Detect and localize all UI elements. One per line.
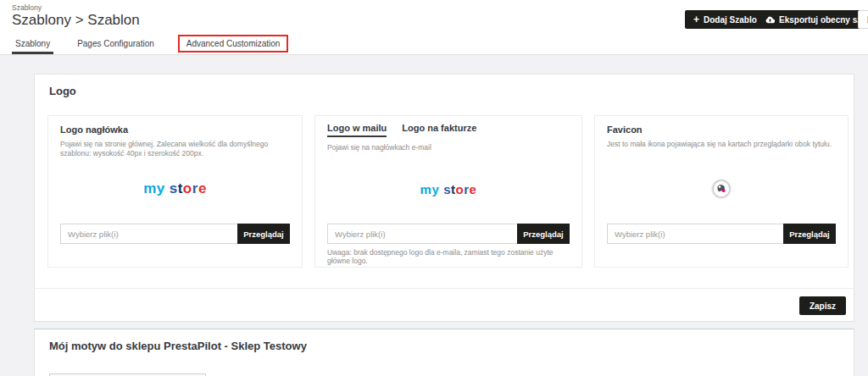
favicon-browse-button[interactable]: Przeglądaj bbox=[783, 224, 836, 244]
mail-logo-panel: Logo w mailu Logo na fakturze Pojawi się… bbox=[314, 115, 582, 268]
mail-logo-browse-button[interactable]: Przeglądaj bbox=[517, 224, 570, 244]
store-logo-letter: s bbox=[443, 182, 451, 196]
plus-icon: + bbox=[693, 14, 699, 25]
theme-card-title: Mój motyw do sklepu PrestaPilot - Sklep … bbox=[49, 340, 307, 352]
page-header: Szablony Szablony > Szablon + Dodaj Szab… bbox=[0, 0, 868, 32]
mail-logo-description: Pojawi się na nagłówkach e-mail bbox=[327, 143, 570, 152]
theme-card: Mój motyw do sklepu PrestaPilot - Sklep … bbox=[34, 329, 854, 376]
mail-logo-preview: mystore bbox=[315, 160, 581, 218]
favicon-file-input[interactable] bbox=[607, 224, 783, 244]
header-logo-file-row: Przeglądaj bbox=[60, 224, 290, 244]
store-logo-letter: e bbox=[470, 182, 477, 196]
tab-logo-w-mailu[interactable]: Logo w mailu bbox=[327, 123, 387, 137]
favicon-preview bbox=[595, 160, 848, 218]
store-logo-letter: r bbox=[192, 180, 198, 196]
breadcrumb: Szablony bbox=[12, 3, 42, 12]
cloud-upload-icon bbox=[765, 15, 775, 25]
favicon-description: Jest to mała ikona pojawiająca się na ka… bbox=[607, 140, 836, 149]
favicon-file-row: Przeglądaj bbox=[607, 224, 836, 244]
favicon-panel: Favicon Jest to mała ikona pojawiająca s… bbox=[594, 115, 849, 268]
logo-card: Logo Logo nagłówka Pojawi się na stronie… bbox=[34, 74, 854, 322]
header-logo-preview: mystore bbox=[48, 160, 302, 218]
header-logo-title: Logo nagłówka bbox=[60, 124, 128, 135]
mail-logo-file-input[interactable] bbox=[327, 224, 517, 244]
tab-advanced-customization[interactable]: Advanced Customization bbox=[186, 39, 281, 48]
mail-logo-file-row: Przeglądaj bbox=[327, 224, 570, 244]
tab-pages-configuration[interactable]: Pages Configuration bbox=[74, 32, 158, 54]
add-template-label: Dodaj Szablon bbox=[704, 15, 762, 25]
logo-card-footer: Zapisz bbox=[35, 288, 854, 321]
favicon-title: Favicon bbox=[607, 124, 643, 135]
store-logo-image: mystore bbox=[420, 182, 477, 196]
help-button[interactable]: Pomoc bbox=[858, 10, 868, 29]
store-logo-word: my bbox=[420, 182, 440, 196]
export-label: Eksportuj obecny szablon bbox=[779, 15, 868, 25]
store-logo-letter: o bbox=[183, 180, 192, 196]
page-title: Szablony > Szablon bbox=[12, 12, 140, 29]
annotation-red-box: Advanced Customization bbox=[178, 35, 289, 53]
store-logo-word: my bbox=[143, 180, 165, 196]
header-logo-panel: Logo nagłówka Pojawi się na stronie głów… bbox=[47, 115, 303, 268]
tab-logo-na-fakturze[interactable]: Logo na fakturze bbox=[402, 123, 476, 137]
header-logo-description: Pojawi się na stronie głównej. Zalecana … bbox=[60, 140, 290, 159]
main-tab-bar: Szablony Pages Configuration Advanced Cu… bbox=[0, 32, 868, 55]
mail-logo-tabs: Logo w mailu Logo na fakturze bbox=[327, 123, 476, 137]
store-logo-letter: o bbox=[456, 182, 465, 196]
store-logo-letter: e bbox=[198, 180, 207, 196]
store-logo-image: mystore bbox=[143, 180, 207, 197]
logo-card-title: Logo bbox=[49, 85, 76, 97]
export-current-template-button[interactable]: Eksportuj obecny szablon bbox=[757, 10, 868, 29]
tab-szablony[interactable]: Szablony bbox=[12, 32, 53, 54]
header-logo-browse-button[interactable]: Przeglądaj bbox=[237, 224, 290, 244]
header-logo-file-input[interactable] bbox=[60, 224, 237, 244]
mail-logo-note: Uwaga: brak dostępnego logo dla e-maila,… bbox=[327, 248, 570, 265]
prestashop-favicon-icon bbox=[711, 179, 732, 199]
save-button[interactable]: Zapisz bbox=[799, 296, 846, 315]
store-logo-letter: s bbox=[170, 180, 178, 196]
